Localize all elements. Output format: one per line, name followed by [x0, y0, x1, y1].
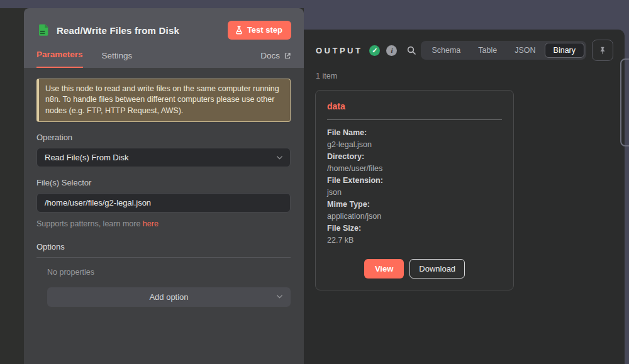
file-selector-hint: Supports patterns, learn more here — [36, 219, 291, 228]
output-items-count: 1 item — [316, 72, 625, 80]
file-extension-value: json — [327, 187, 502, 199]
pin-data-button[interactable] — [592, 40, 613, 61]
directory-label: Directory: — [327, 151, 502, 163]
file-size-value: 22.7 kB — [327, 234, 502, 246]
info-icon[interactable]: i — [386, 45, 397, 56]
view-button[interactable]: View — [364, 259, 404, 279]
output-view-tabs: Schema Table JSON Binary — [421, 41, 586, 60]
mime-type-label: Mime Type: — [327, 199, 502, 211]
mime-type-value: application/json — [327, 211, 502, 223]
binary-data-card: data File Name: g2-legal.json Directory:… — [315, 90, 514, 290]
file-name-value: g2-legal.json — [327, 139, 502, 151]
operation-label: Operation — [36, 133, 291, 142]
hint-here-link[interactable]: here — [143, 219, 159, 228]
right-edge-scroll-widget[interactable] — [620, 58, 629, 146]
directory-value: /home/user/files — [327, 163, 502, 175]
chevron-down-icon — [276, 292, 284, 301]
docs-link[interactable]: Docs — [260, 51, 291, 68]
node-title: Read/Write Files from Disk — [57, 25, 228, 36]
binary-key: data — [327, 101, 502, 111]
success-check-icon: ✓ — [369, 45, 380, 56]
tab-binary[interactable]: Binary — [545, 43, 584, 58]
file-selector-input[interactable]: /home/user/files/g2-legal.json — [36, 193, 291, 212]
divider — [327, 119, 502, 120]
add-option-button[interactable]: Add option — [47, 287, 291, 307]
external-link-icon — [284, 52, 291, 60]
node-details-panel: Read/Write Files from Disk Test step Par… — [24, 8, 304, 364]
tab-settings[interactable]: Settings — [102, 51, 133, 68]
output-panel: OUTPUT ✓ i Schema Table JSON Binary 1 it… — [304, 30, 625, 364]
output-title: OUTPUT — [316, 46, 362, 55]
parameters-body: Use this node to read and write files on… — [24, 68, 304, 307]
test-step-button[interactable]: Test step — [228, 21, 291, 40]
options-empty-text: No properties — [47, 268, 291, 277]
options-section-label: Options — [36, 242, 291, 258]
file-extension-label: File Extension: — [327, 175, 502, 187]
pushpin-icon — [598, 46, 607, 55]
file-selector-label: File(s) Selector — [36, 178, 291, 187]
file-size-label: File Size: — [327, 223, 502, 234]
tab-schema[interactable]: Schema — [423, 43, 469, 58]
tab-table[interactable]: Table — [469, 43, 506, 58]
download-button[interactable]: Download — [409, 259, 465, 279]
read-write-file-node-icon — [36, 23, 50, 37]
flask-icon — [235, 26, 243, 35]
tab-json[interactable]: JSON — [506, 43, 544, 58]
chevron-down-icon — [276, 153, 284, 162]
tab-parameters[interactable]: Parameters — [36, 50, 83, 68]
file-name-label: File Name: — [327, 127, 502, 139]
search-icon[interactable] — [406, 45, 416, 55]
node-panel-header: Read/Write Files from Disk Test step Par… — [24, 8, 304, 68]
node-notice: Use this node to read and write files on… — [36, 79, 291, 122]
operation-select[interactable]: Read File(s) From Disk — [36, 148, 291, 167]
